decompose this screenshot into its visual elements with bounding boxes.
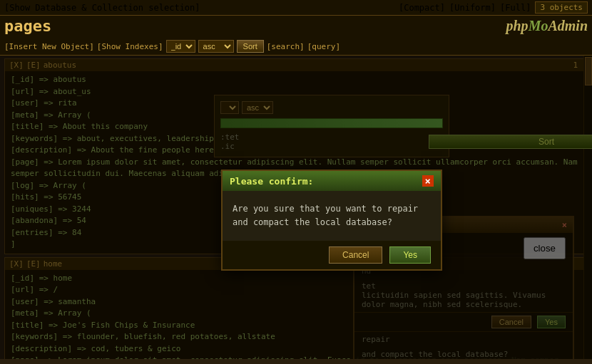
top-bar: [Show Database & Collection selection] […: [0, 0, 592, 16]
main-dialog-cancel-button[interactable]: Cancel: [329, 246, 382, 264]
main-dialog-title: Please confirm:: [230, 176, 313, 187]
sort-order-select[interactable]: asc desc: [198, 40, 234, 53]
main-dialog-yes-button[interactable]: Yes: [389, 246, 431, 264]
main-dialog-message: Are you sure that you want to repair and…: [233, 204, 418, 227]
logo-admin: Admin: [548, 18, 588, 33]
object-count: 3 objects: [535, 1, 588, 14]
full-link[interactable]: [Full]: [500, 3, 531, 13]
logo-php: php: [506, 18, 529, 33]
insert-new-object-link[interactable]: [Insert New Object]: [4, 42, 94, 51]
compact-link[interactable]: [Compact]: [399, 3, 445, 13]
page-title: pages: [4, 17, 51, 35]
search-link[interactable]: [search]: [267, 42, 305, 51]
title-bar: pages phpMoAdmin: [0, 16, 592, 38]
top-bar-right: [Compact] [Uniform] [Full] 3 objects: [399, 1, 588, 14]
main-content: [X] [E] aboutus 1 [_id] => aboutus [url]…: [0, 56, 592, 359]
logo-mo: Mo: [529, 18, 548, 33]
main-dialog-close-x[interactable]: ×: [422, 175, 434, 187]
main-dialog-body: Are you sure that you want to repair and…: [223, 191, 441, 241]
main-dialog-footer: Cancel Yes: [223, 241, 441, 269]
top-bar-left: [Show Database & Collection selection]: [4, 3, 200, 13]
sort-button[interactable]: Sort: [237, 40, 264, 53]
uniform-link[interactable]: [Uniform]: [449, 3, 496, 13]
main-dialog-header: Please confirm: ×: [223, 171, 441, 191]
query-link[interactable]: [query]: [307, 42, 340, 51]
sort-field-select[interactable]: _id: [166, 40, 195, 53]
show-db-link[interactable]: [Show Database & Collection selection]: [4, 3, 200, 13]
main-confirm-dialog: Please confirm: × Are you sure that you …: [221, 170, 442, 271]
logo: phpMoAdmin: [506, 18, 588, 34]
show-indexes-link[interactable]: [Show Indexes]: [97, 42, 163, 51]
main-toolbar: [Insert New Object] [Show Indexes] _id a…: [0, 38, 592, 56]
